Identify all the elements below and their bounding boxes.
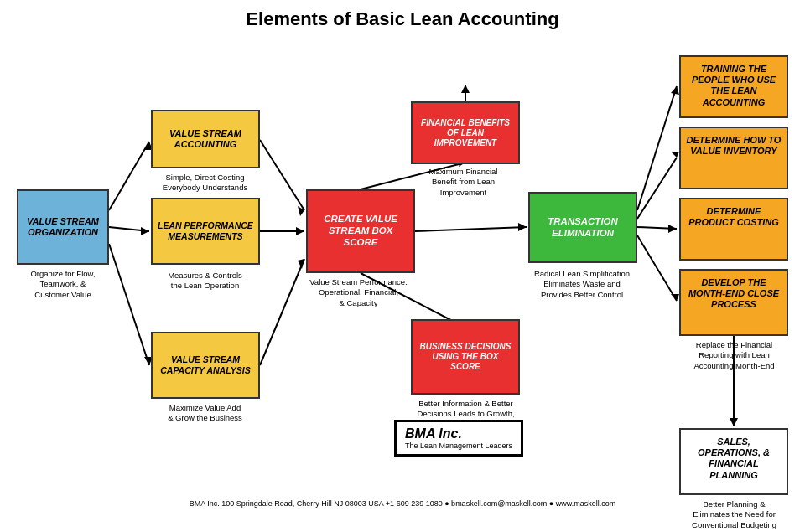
box-lean-perf: LEAN PERFORMANCE MEASUREMENTS bbox=[151, 198, 260, 265]
bma-logo: BMA Inc. The Lean Management Leaders bbox=[394, 420, 523, 457]
box-business-decisions: BUSINESS DECISIONS USING THE BOX SCORE bbox=[411, 319, 520, 395]
box-inventory: DETERMINE HOW TO VALUE INVENTORY bbox=[679, 127, 788, 189]
sub-transaction-elim: Radical Lean SimplificationEliminates Wa… bbox=[518, 269, 646, 300]
box-create-box-score: CREATE VALUE STREAM BOX SCORE bbox=[306, 189, 415, 273]
svg-marker-21 bbox=[671, 86, 679, 95]
box-training: TRAINING THE PEOPLE WHO USE THE LEAN ACC… bbox=[679, 55, 788, 118]
svg-marker-7 bbox=[298, 206, 304, 216]
svg-line-6 bbox=[260, 140, 304, 210]
box-vs-accounting-label: VALUE STREAM ACCOUNTING bbox=[157, 128, 254, 150]
svg-marker-27 bbox=[671, 294, 679, 301]
box-value-stream-org-label: VALUE STREAM ORGANIZATION bbox=[23, 216, 103, 238]
sub-vs-capacity: Maximize Value Add& Grow the Business bbox=[144, 403, 266, 424]
box-business-label: BUSINESS DECISIONS USING THE BOX SCORE bbox=[417, 342, 514, 372]
svg-line-10 bbox=[260, 259, 304, 365]
svg-marker-15 bbox=[518, 223, 527, 231]
sub-vs-accounting: Simple, Direct CostingEverybody Understa… bbox=[144, 173, 266, 194]
box-sales-label: SALES, OPERATIONS, & FINANCIAL PLANNING bbox=[698, 436, 770, 480]
box-lean-perf-label: LEAN PERFORMANCE MEASUREMENTS bbox=[157, 220, 254, 241]
box-inventory-label: DETERMINE HOW TO VALUE INVENTORY bbox=[687, 135, 782, 156]
svg-marker-19 bbox=[461, 85, 470, 93]
diagram-area: VALUE STREAM ORGANIZATION Organize for F… bbox=[8, 43, 797, 512]
svg-line-22 bbox=[637, 158, 677, 219]
bma-tagline: The Lean Management Leaders bbox=[405, 442, 512, 450]
svg-line-20 bbox=[637, 86, 677, 210]
svg-marker-9 bbox=[296, 227, 304, 235]
svg-line-14 bbox=[415, 227, 527, 231]
sub-month-end: Replace the FinancialReporting with Lean… bbox=[673, 340, 795, 371]
svg-marker-29 bbox=[730, 418, 738, 426]
sub-financial-benefits: Maximum FinancialBenefit from LeanImprov… bbox=[402, 167, 524, 198]
box-transaction-elim: TRANSACTION ELIMINATION bbox=[528, 192, 637, 263]
box-transaction-label: TRANSACTION ELIMINATION bbox=[534, 216, 631, 240]
svg-line-0 bbox=[109, 142, 149, 210]
page-title: Elements of Basic Lean Accounting bbox=[8, 8, 797, 30]
box-vs-capacity-label: VALUE STREAM CAPACITY ANALYSIS bbox=[157, 354, 254, 375]
svg-line-4 bbox=[109, 244, 149, 365]
box-value-stream-org: VALUE STREAM ORGANIZATION bbox=[17, 189, 109, 265]
svg-marker-11 bbox=[298, 259, 304, 269]
svg-line-24 bbox=[637, 227, 677, 229]
box-month-end: DEVELOP THE MONTH-END CLOSE PROCESS bbox=[679, 269, 788, 336]
box-financial-label: FINANCIAL BENEFITS OF LEAN IMPROVEMENT bbox=[417, 118, 514, 148]
box-sales: SALES, OPERATIONS, & FINANCIAL PLANNING bbox=[679, 428, 788, 495]
bma-name: BMA Inc. bbox=[405, 426, 512, 442]
box-financial-benefits: FINANCIAL BENEFITS OF LEAN IMPROVEMENT bbox=[411, 101, 520, 164]
sub-create-box-score: Value Stream Performance.Operational, Fi… bbox=[293, 277, 423, 308]
main-container: Elements of Basic Lean Accounting bbox=[0, 0, 805, 532]
footer-text: BMA Inc. 100 Springdale Road, Cherry Hil… bbox=[8, 499, 797, 508]
sub-value-stream-org: Organize for Flow,Teamwork, &Customer Va… bbox=[13, 269, 113, 300]
box-product-costing-label: DETERMINE PRODUCT COSTING bbox=[688, 206, 779, 227]
box-product-costing: DETERMINE PRODUCT COSTING bbox=[679, 198, 788, 261]
box-create-label: CREATE VALUE STREAM BOX SCORE bbox=[312, 214, 409, 248]
box-training-label: TRAINING THE PEOPLE WHO USE THE LEAN ACC… bbox=[692, 64, 776, 107]
svg-marker-23 bbox=[671, 152, 679, 158]
box-vs-accounting: VALUE STREAM ACCOUNTING bbox=[151, 110, 260, 168]
svg-marker-3 bbox=[141, 227, 149, 235]
box-month-end-label: DEVELOP THE MONTH-END CLOSE PROCESS bbox=[688, 277, 779, 309]
svg-line-2 bbox=[109, 227, 149, 231]
svg-marker-25 bbox=[668, 225, 677, 233]
box-vs-capacity: VALUE STREAM CAPACITY ANALYSIS bbox=[151, 332, 260, 399]
sub-lean-perf: Measures & Controlsthe Lean Operation bbox=[144, 271, 266, 292]
